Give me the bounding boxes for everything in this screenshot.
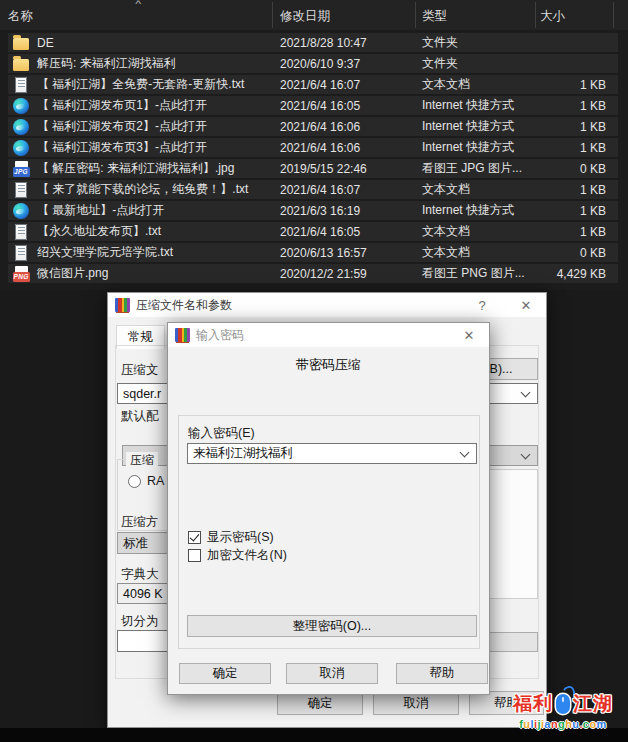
file-date: 2020/6/10 9:37 [272, 57, 415, 71]
file-date: 2020/12/2 21:59 [272, 267, 415, 281]
archive-dialog-titlebar: 压缩文件名和参数 ? ✕ [108, 293, 546, 317]
file-name: 【 福利江湖发布页3】-点此打开 [37, 139, 207, 156]
file-type: 文件夹 [415, 34, 535, 51]
password-dialog-titlebar: 输入密码 ✕ [168, 323, 489, 347]
password-combobox[interactable]: 来福利江湖找福利 [187, 443, 477, 464]
column-divider[interactable] [535, 2, 536, 28]
file-size: 1 KB [535, 141, 618, 155]
edge-shortcut-icon [13, 140, 29, 156]
format-rar-label: RA [147, 474, 164, 488]
file-row[interactable]: 【 福利江湖发布页1】-点此打开2021/6/4 16:05Internet 快… [8, 96, 618, 115]
file-name: 【 福利江湖】全免费-无套路-更新快.txt [37, 76, 244, 93]
close-icon[interactable]: ✕ [513, 298, 539, 313]
cancel-button[interactable]: 取消 [286, 663, 378, 684]
column-header-date[interactable]: 修改日期 [280, 8, 330, 25]
file-type: Internet 快捷方式 [415, 139, 535, 156]
bottom-black-strip [0, 728, 628, 742]
file-row[interactable]: DE2021/8/28 10:47文件夹 [8, 33, 618, 52]
dictionary-size-value: 4096 K [123, 587, 163, 601]
file-list-header: ^ 名称 修改日期 类型 大小 [0, 0, 628, 30]
file-name: 【 来了就能下载的论坛，纯免费！】.txt [37, 181, 248, 198]
column-header-size[interactable]: 大小 [540, 8, 565, 25]
txt-file-icon [15, 182, 27, 198]
file-type: 文本文档 [415, 223, 535, 240]
file-size: 1 KB [535, 78, 618, 92]
winrar-icon [175, 328, 190, 342]
file-row[interactable]: PNG微信图片.png2020/12/2 21:59看图王 PNG 图片...4… [8, 264, 618, 283]
cancel-button-label: 取消 [404, 695, 429, 712]
file-explorer-pane: ^ 名称 修改日期 类型 大小 DE2021/8/28 10:47文件夹解压码:… [0, 0, 628, 290]
encrypt-names-checkbox[interactable]: 加密文件名(N) [188, 547, 287, 564]
folder-icon [13, 59, 29, 71]
file-row[interactable]: 【 最新地址】-点此打开2021/6/3 16:19Internet 快捷方式1… [8, 201, 618, 220]
file-date: 2021/6/4 16:07 [272, 78, 415, 92]
help-button[interactable]: 帮助 [396, 663, 488, 684]
checkbox-icon[interactable] [188, 549, 201, 562]
column-divider[interactable] [415, 2, 416, 28]
file-date: 2021/6/4 16:06 [272, 141, 415, 155]
archive-name-value: sqder.r [123, 387, 161, 401]
password-dialog: 输入密码 ✕ 带密码压缩 输入密码(E) 来福利江湖找福利 显示密码(S) 加密… [167, 322, 490, 695]
file-type: Internet 快捷方式 [415, 202, 535, 219]
file-list: DE2021/8/28 10:47文件夹解压码: 来福利江湖找福利2020/6/… [8, 33, 618, 285]
file-type: 文本文档 [415, 181, 535, 198]
edge-shortcut-icon [13, 98, 29, 114]
file-name: 【 最新地址】-点此打开 [37, 202, 164, 219]
column-header-name[interactable]: 名称 [8, 8, 33, 25]
edge-shortcut-icon [13, 119, 29, 135]
file-row[interactable]: 【永久地址发布页】.txt2021/6/4 16:05文本文档1 KB [8, 222, 618, 241]
file-row[interactable]: 【 来了就能下载的论坛，纯免费！】.txt2021/6/4 16:07文本文档1… [8, 180, 618, 199]
file-type: 文件夹 [415, 55, 535, 72]
file-type: 文本文档 [415, 244, 535, 261]
radio-icon[interactable] [128, 475, 141, 488]
help-titlebar-button[interactable]: ? [469, 298, 495, 313]
archive-dialog-title: 压缩文件名和参数 [136, 297, 232, 314]
password-value: 来福利江湖找福利 [193, 445, 293, 462]
png-file-icon: PNG [15, 266, 28, 282]
file-size: 1 KB [535, 99, 618, 113]
txt-file-icon [15, 224, 27, 240]
cancel-button-label: 取消 [320, 665, 345, 682]
dictionary-size-label: 字典大 [121, 566, 159, 583]
site-watermark: 福利 江湖 fulijianghu.com [499, 691, 627, 730]
split-volumes-label: 切分为 [121, 613, 159, 630]
column-divider[interactable] [613, 2, 614, 28]
txt-file-icon [15, 77, 27, 93]
file-size: 1 KB [535, 204, 618, 218]
close-icon[interactable]: ✕ [456, 328, 482, 343]
winrar-icon [115, 298, 130, 312]
column-header-type[interactable]: 类型 [422, 8, 447, 25]
organize-passwords-button[interactable]: 整理密码(O)... [187, 615, 477, 637]
edge-shortcut-icon [13, 203, 29, 219]
file-row[interactable]: 【 福利江湖发布页2】-点此打开2021/6/4 16:06Internet 快… [8, 117, 618, 136]
archive-name-label: 压缩文 [121, 362, 159, 379]
file-date: 2021/6/4 16:05 [272, 225, 415, 239]
file-size: 0 KB [535, 246, 618, 260]
file-name: 【 福利江湖发布页2】-点此打开 [37, 118, 207, 135]
file-row[interactable]: 绍兴文理学院元培学院.txt2020/6/13 16:57文本文档0 KB [8, 243, 618, 262]
file-name: 绍兴文理学院元培学院.txt [37, 244, 173, 261]
show-password-checkbox[interactable]: 显示密码(S) [188, 529, 274, 546]
file-size: 1 KB [535, 225, 618, 239]
file-name: DE [37, 36, 54, 50]
ok-button[interactable]: 确定 [179, 663, 271, 684]
file-row[interactable]: 【 福利江湖发布页3】-点此打开2021/6/4 16:06Internet 快… [8, 138, 618, 157]
organize-passwords-label: 整理密码(O)... [293, 618, 371, 635]
jpg-file-icon: JPG [15, 161, 28, 177]
file-type: 看图王 JPG 图片... [415, 160, 535, 177]
file-row[interactable]: 【 福利江湖】全免费-无套路-更新快.txt2021/6/4 16:07文本文档… [8, 75, 618, 94]
show-password-label: 显示密码(S) [207, 529, 274, 546]
file-row[interactable]: JPG【 解压密码: 来福利江湖找福利】.jpg2019/5/15 22:46看… [8, 159, 618, 178]
logo-text-right: 江湖 [573, 691, 613, 717]
file-type: Internet 快捷方式 [415, 97, 535, 114]
sort-ascending-icon: ^ [135, 0, 141, 9]
checkbox-icon[interactable] [188, 531, 201, 544]
password-dialog-title: 输入密码 [196, 327, 244, 344]
column-divider[interactable] [272, 2, 273, 28]
file-name: 【永久地址发布页】.txt [37, 223, 161, 240]
txt-file-icon [15, 245, 27, 261]
file-name: 微信图片.png [37, 265, 108, 282]
format-rar-option[interactable]: RA [128, 474, 164, 488]
mouse-icon [556, 694, 570, 714]
file-row[interactable]: 解压码: 来福利江湖找福利2020/6/10 9:37文件夹 [8, 54, 618, 73]
